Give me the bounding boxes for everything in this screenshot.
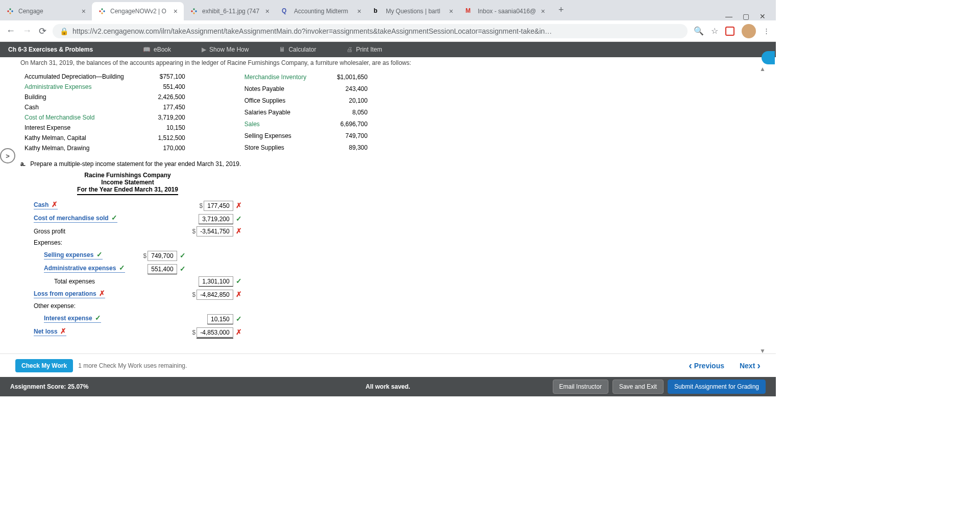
statement-dropdown[interactable]: Net loss ✗: [34, 327, 66, 336]
cmw-remaining-text: 1 more Check My Work uses remaining.: [78, 362, 187, 369]
print-item-button[interactable]: 🖨Print Item: [331, 46, 397, 53]
instruction-letter: a.: [20, 160, 26, 168]
maximize-button[interactable]: ▢: [743, 12, 749, 20]
check-icon: ✓: [236, 277, 242, 285]
browser-tab[interactable]: QAccounting Midterm×: [276, 2, 368, 20]
previous-button[interactable]: ‹ Previous: [689, 360, 724, 371]
cengage-icon: [98, 7, 106, 15]
instruction-text: Prepare a multiple-step income statement…: [30, 160, 241, 168]
tool-label: Print Item: [356, 46, 382, 53]
extension-icon[interactable]: [725, 27, 734, 36]
ledger-value: 20,100: [310, 95, 372, 107]
next-button[interactable]: Next ›: [740, 360, 761, 371]
ledger-label: Interest Expense: [20, 123, 128, 133]
statement-dropdown[interactable]: Administrative expenses ✓: [44, 264, 125, 273]
browser-tab[interactable]: CengageNOWv2 | O×: [92, 2, 184, 20]
ledger-label: Building: [20, 92, 128, 102]
statement-value-input[interactable]: 3,719,200: [199, 214, 233, 224]
statement-dropdown[interactable]: Cash ✗: [34, 200, 58, 209]
scroll-down-arrow[interactable]: ▼: [760, 347, 766, 354]
svg-point-1: [11, 10, 13, 12]
check-icon: ✓: [236, 315, 242, 323]
tool-icon: 📖: [143, 46, 151, 53]
statement-value-input[interactable]: 1,301,100: [199, 276, 233, 287]
chrome-menu-icon[interactable]: ⋮: [763, 27, 770, 35]
close-tab-icon[interactable]: ×: [174, 7, 178, 15]
close-tab-icon[interactable]: ×: [357, 7, 361, 15]
minimize-button[interactable]: —: [725, 12, 732, 20]
statement-value-input[interactable]: -4,842,850: [197, 290, 233, 300]
dollar-sign: $: [143, 252, 147, 259]
svg-point-8: [193, 8, 194, 10]
star-icon[interactable]: ☆: [711, 26, 718, 36]
statement-dropdown[interactable]: Selling expenses ✓: [44, 250, 103, 259]
forward-button[interactable]: →: [22, 26, 32, 36]
sidebar-toggle[interactable]: >: [0, 148, 15, 163]
svg-point-2: [9, 12, 11, 14]
submit-assignment-button[interactable]: Submit Assignment for Grading: [668, 380, 766, 394]
save-status: All work saved.: [365, 383, 410, 390]
tab-title: Accounting Midterm: [294, 8, 353, 15]
reload-button[interactable]: ⟳: [39, 26, 46, 37]
ledger-table: Accumulated Depreciation—Building$757,10…: [20, 72, 755, 153]
tool-icon: ▶: [202, 46, 206, 53]
tool-label: Calculator: [288, 46, 316, 53]
browser-tab[interactable]: bMy Questions | bartl×: [368, 2, 459, 20]
x-icon: ✗: [236, 290, 242, 298]
statement-value-input[interactable]: 551,400: [148, 264, 177, 274]
close-window-button[interactable]: ✕: [760, 12, 766, 20]
close-tab-icon[interactable]: ×: [82, 7, 86, 15]
statement-value-input[interactable]: 10,150: [207, 314, 233, 324]
statement-value-input[interactable]: -3,541,750: [197, 226, 233, 236]
back-button[interactable]: ←: [6, 26, 15, 36]
close-tab-icon[interactable]: ×: [541, 7, 545, 15]
close-tab-icon[interactable]: ×: [449, 7, 453, 15]
statement-dropdown[interactable]: Loss from operations ✗: [34, 289, 105, 298]
new-tab-button[interactable]: +: [551, 0, 571, 20]
ledger-value: 551,400: [128, 82, 189, 92]
ledger-label: Notes Payable: [240, 83, 310, 95]
svg-point-10: [193, 12, 194, 14]
ebook-button[interactable]: 📖eBook: [128, 46, 186, 53]
calculator-button[interactable]: 🖩Calculator: [264, 46, 331, 53]
cengage-icon: [190, 7, 198, 15]
close-tab-icon[interactable]: ×: [265, 7, 270, 15]
ledger-label: Store Supplies: [240, 141, 310, 153]
save-and-exit-button[interactable]: Save and Exit: [612, 380, 664, 394]
income-statement: Racine Furnishings Company Income Statem…: [31, 172, 755, 338]
tool-icon: 🖨: [347, 46, 353, 53]
ledger-value: $757,100: [128, 72, 189, 82]
tab-title: Inbox - saania0416@: [478, 8, 537, 15]
x-icon: ✗: [236, 227, 242, 235]
search-icon[interactable]: 🔍: [694, 26, 704, 36]
statement-dropdown[interactable]: Interest expense ✓: [44, 314, 101, 323]
tool-label: Show Me How: [209, 46, 249, 53]
ledger-label: Cost of Merchandise Sold: [20, 112, 128, 123]
statement-label: Other expense:: [31, 300, 133, 312]
check-my-work-bar: Check My Work 1 more Check My Work uses …: [0, 353, 776, 377]
assignment-toolbar: Ch 6-3 Exercises & Problems 📖eBook▶Show …: [0, 42, 776, 57]
address-bar: ← → ⟳ 🔒 https://v2.cengagenow.com/ilrn/t…: [0, 20, 776, 42]
ledger-label: Sales: [240, 118, 310, 130]
check-my-work-button[interactable]: Check My Work: [15, 359, 73, 372]
ledger-label: Office Supplies: [240, 95, 310, 107]
browser-tab[interactable]: Cengage×: [0, 2, 92, 20]
ledger-label: Kathy Melman, Capital: [20, 133, 128, 143]
email-instructor-button[interactable]: Email Instructor: [553, 380, 608, 394]
statement-dropdown[interactable]: Cost of merchandise sold ✓: [34, 214, 117, 223]
profile-avatar[interactable]: [742, 24, 756, 38]
gmail-icon: M: [465, 7, 474, 15]
show-me-how-button[interactable]: ▶Show Me How: [186, 46, 264, 53]
statement-value-input[interactable]: -4,853,000: [197, 327, 233, 339]
url-input[interactable]: 🔒 https://v2.cengagenow.com/ilrn/takeAss…: [53, 24, 688, 38]
statement-value-input[interactable]: 177,450: [204, 201, 233, 211]
ledger-value: 8,050: [310, 107, 372, 119]
statement-label: Gross profit: [31, 225, 133, 237]
tab-title: CengageNOWv2 | O: [110, 8, 169, 15]
browser-tab[interactable]: exhibit_6-11.jpg (747×: [184, 2, 276, 20]
statement-value-input[interactable]: 749,700: [148, 251, 177, 261]
dollar-sign: $: [192, 291, 196, 298]
assignment-score: Assignment Score: 25.07%: [10, 383, 88, 390]
browser-tab[interactable]: MInbox - saania0416@×: [459, 2, 551, 20]
quizlet-icon: Q: [282, 7, 290, 15]
